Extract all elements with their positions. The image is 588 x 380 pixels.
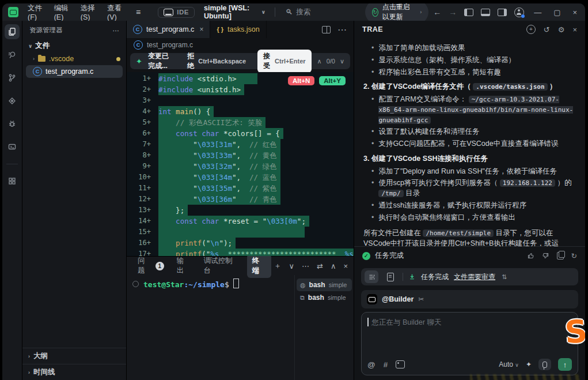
model-mode-select[interactable]: Auto ∨	[499, 360, 519, 368]
tab-label: tasks.json	[227, 25, 260, 33]
copy-icon[interactable]	[557, 252, 564, 259]
panel-tab-问题[interactable]: 问题1	[132, 254, 169, 278]
history-icon[interactable]: ↺	[544, 25, 550, 34]
reject-button[interactable]: 拒绝 Ctrl+Backspace	[187, 51, 246, 71]
editor-more-icon[interactable]: ⋯	[337, 24, 347, 35]
hamburger-menu-icon[interactable]: ≡	[131, 6, 145, 18]
terminal-list-item[interactable]: ⧉bashsimple	[297, 291, 352, 304]
code-text: "\033[35m", // 紫色	[158, 183, 280, 194]
back-button[interactable]: ←	[433, 7, 441, 17]
chat-bullet-item: •程序输出彩色且带有交互感，简短有趣	[371, 67, 576, 78]
line-number: 9+	[127, 161, 158, 172]
terminal-cursor	[233, 279, 239, 288]
launch-profile-icon[interactable]: ⇄	[317, 262, 323, 270]
source-control-icon[interactable]	[5, 70, 20, 85]
chat-input-box[interactable]: 您正在与 Builder 聊天 @ # Auto ∨ ✦ ↑	[361, 312, 578, 375]
tab-test-program[interactable]: C test_program.c ×	[127, 21, 210, 38]
code-text: int main() {	[158, 106, 214, 117]
enhance-sparkle-icon[interactable]: ✦	[526, 360, 532, 368]
search-input[interactable]: 🔍︎ 搜索	[280, 6, 361, 19]
close-panel-icon[interactable]: ×	[572, 25, 577, 34]
regenerate-icon[interactable]: ↻	[571, 251, 577, 260]
accept-button[interactable]: 接受 Ctrl+Enter	[257, 50, 312, 73]
files-section-header[interactable]: ∨ 文件	[22, 39, 126, 53]
send-button[interactable]: ↑	[558, 358, 572, 371]
close-tab-icon[interactable]: ×	[199, 25, 203, 33]
chevron-right-icon: ›	[28, 370, 30, 375]
debug-bug-icon[interactable]	[5, 116, 20, 131]
toggle-right-sidebar-icon[interactable]	[498, 9, 507, 16]
mention-icon[interactable]: @	[367, 360, 375, 369]
code-line: 4+int main() {	[127, 106, 354, 117]
terminal[interactable]: test@Star:~/simple$	[127, 275, 294, 380]
remote-console-icon[interactable]	[5, 140, 20, 155]
panel-tab-输出[interactable]: 输出	[172, 254, 196, 278]
search-panel-icon[interactable]	[5, 47, 20, 62]
bullet-text: 使用scp将可执行文件拷贝到服务器（ 192.168.1.122 ）的 /tmp…	[378, 178, 576, 199]
file-view-button[interactable]	[384, 270, 397, 283]
panel-more-icon[interactable]: ⋯	[302, 262, 309, 270]
mic-button[interactable]	[538, 359, 551, 370]
next-change-icon[interactable]: ∨	[340, 58, 344, 65]
extensions-grid-icon[interactable]	[5, 174, 20, 189]
ide-window: 文件(F)编辑(E)选择(S)查看(V) ≡ IDE simple [WSL: …	[2, 3, 585, 380]
review-files-link[interactable]: 文件需要审查	[454, 272, 495, 282]
toggle-bottom-panel-icon[interactable]	[481, 9, 490, 16]
changes-list-view-button[interactable]	[365, 270, 378, 283]
builder-agent-chip[interactable]: @Builder ✂	[361, 290, 578, 308]
explorer-more-icon[interactable]: ⋯	[113, 27, 120, 35]
split-editor-icon[interactable]	[322, 26, 331, 33]
outline-section[interactable]: › 大纲	[22, 348, 126, 364]
code-line: 12+ "\033[36m" // 青色	[127, 194, 354, 205]
terminal-dropdown-icon[interactable]: ∨	[289, 262, 294, 270]
minimize-button[interactable]: —	[532, 8, 544, 17]
maximize-panel-icon[interactable]: ∧	[331, 262, 336, 270]
file-tree: › .vscode C test_program.c	[22, 53, 126, 348]
context-hash-icon[interactable]: #	[384, 360, 388, 369]
builder-shortcut-icon: ✂	[418, 295, 424, 303]
close-panel-icon[interactable]: ×	[343, 262, 348, 270]
forward-button[interactable]: →	[449, 7, 457, 17]
menu-item[interactable]: 文件(F)	[23, 3, 47, 23]
editor-tab-bar: C test_program.c × { } tasks.json ⋯	[127, 21, 354, 38]
tree-item-test-program[interactable]: C test_program.c	[26, 65, 123, 78]
thumbs-down-icon[interactable]	[542, 252, 549, 259]
bullet-dot: •	[371, 95, 374, 125]
panel-tab-调试控制台[interactable]: 调试控制台	[199, 254, 245, 278]
panel-tab-label: 终端	[252, 256, 267, 276]
panel-tab-终端[interactable]: 终端	[247, 254, 272, 278]
prev-change-icon[interactable]: ∧	[317, 58, 322, 65]
tab-tasks-json[interactable]: { } tasks.json	[210, 21, 266, 38]
timeline-section[interactable]: › 时间线	[22, 364, 126, 380]
menu-item[interactable]: 查看(V)	[103, 3, 127, 23]
menu-item[interactable]: 编辑(E)	[50, 3, 74, 23]
close-button[interactable]: ×	[570, 8, 579, 17]
explorer-icon[interactable]	[5, 24, 20, 39]
thumbs-up-icon[interactable]	[527, 252, 534, 259]
workspace-switcher[interactable]: simple [WSL: Ubuntu] ∨	[199, 3, 270, 22]
tree-item-vscode-folder[interactable]: › .vscode	[22, 53, 126, 65]
code-line: 2+#include <unistd.h>	[127, 84, 354, 95]
terminal-list-item[interactable]: ◍bashsimple	[297, 279, 352, 291]
maximize-button[interactable]: ▢	[551, 8, 563, 17]
code-line: 7+ "\033[31m", // 红色	[127, 139, 354, 150]
attach-image-icon[interactable]	[396, 360, 405, 368]
line-number: 4+	[127, 106, 158, 117]
settings-gear-icon[interactable]: ⚙	[558, 25, 565, 34]
new-chat-icon[interactable]: +	[526, 25, 536, 34]
new-terminal-icon[interactable]: ＋	[274, 261, 281, 271]
code-editor[interactable]: Alt+N Alt+Y 1+#include <stdio.h> 2+#incl…	[127, 72, 354, 256]
panel-tab-bar: 问题1输出调试控制台终端＋∨⋯⇄∧×	[127, 257, 354, 275]
task-status-label: 任务完成	[375, 251, 404, 261]
file-name: test_program.c	[45, 67, 93, 76]
ide-badge[interactable]: IDE	[158, 7, 195, 18]
menu-item[interactable]: 选择(S)	[76, 3, 100, 23]
chat-message-area[interactable]: •添加了简单的加载动画效果•显示系统信息（架构、操作系统、编译器）•程序输出彩色…	[354, 38, 585, 246]
eye-icon[interactable]	[5, 93, 20, 108]
toggle-left-sidebar-icon[interactable]	[464, 9, 473, 16]
account-icon[interactable]	[514, 7, 524, 17]
breadcrumb[interactable]: C test_program.c	[127, 38, 354, 51]
sparkle-icon: ✦	[136, 57, 142, 66]
ide-icon	[164, 9, 173, 16]
sort-arrows-icon[interactable]: ⇅	[502, 273, 507, 281]
